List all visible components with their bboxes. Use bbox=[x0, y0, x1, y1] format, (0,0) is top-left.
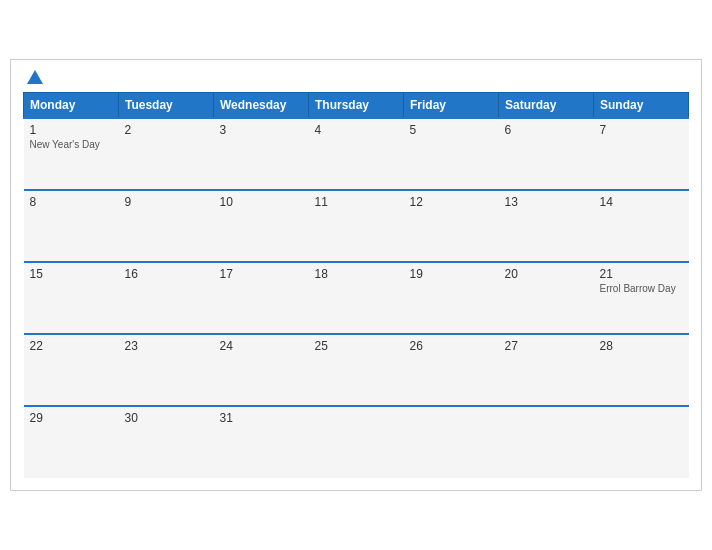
day-cell: 3 bbox=[214, 118, 309, 190]
day-cell: 6 bbox=[499, 118, 594, 190]
day-cell: 8 bbox=[24, 190, 119, 262]
holiday-name: New Year's Day bbox=[30, 139, 113, 150]
day-number: 29 bbox=[30, 411, 113, 425]
day-cell: 22 bbox=[24, 334, 119, 406]
day-cell: 18 bbox=[309, 262, 404, 334]
day-cell: 10 bbox=[214, 190, 309, 262]
weekday-header-thursday: Thursday bbox=[309, 93, 404, 119]
week-row-3: 15161718192021Errol Barrow Day bbox=[24, 262, 689, 334]
day-cell: 24 bbox=[214, 334, 309, 406]
brand-logo bbox=[23, 70, 43, 84]
day-number: 12 bbox=[410, 195, 493, 209]
day-number: 31 bbox=[220, 411, 303, 425]
week-row-2: 891011121314 bbox=[24, 190, 689, 262]
day-number: 7 bbox=[600, 123, 683, 137]
day-cell: 19 bbox=[404, 262, 499, 334]
day-number: 25 bbox=[315, 339, 398, 353]
day-cell: 16 bbox=[119, 262, 214, 334]
day-number: 4 bbox=[315, 123, 398, 137]
day-cell: 14 bbox=[594, 190, 689, 262]
calendar-grid: MondayTuesdayWednesdayThursdayFridaySatu… bbox=[23, 92, 689, 478]
day-cell: 17 bbox=[214, 262, 309, 334]
day-cell: 29 bbox=[24, 406, 119, 478]
day-cell: 1New Year's Day bbox=[24, 118, 119, 190]
day-cell: 4 bbox=[309, 118, 404, 190]
day-cell: 28 bbox=[594, 334, 689, 406]
day-number: 27 bbox=[505, 339, 588, 353]
day-number: 28 bbox=[600, 339, 683, 353]
brand-triangle-icon bbox=[27, 70, 43, 84]
weekday-header-friday: Friday bbox=[404, 93, 499, 119]
day-cell: 26 bbox=[404, 334, 499, 406]
weekday-row: MondayTuesdayWednesdayThursdayFridaySatu… bbox=[24, 93, 689, 119]
day-number: 18 bbox=[315, 267, 398, 281]
day-number: 3 bbox=[220, 123, 303, 137]
day-number: 14 bbox=[600, 195, 683, 209]
day-number: 20 bbox=[505, 267, 588, 281]
day-number: 30 bbox=[125, 411, 208, 425]
day-cell: 5 bbox=[404, 118, 499, 190]
calendar-body: 1New Year's Day2345678910111213141516171… bbox=[24, 118, 689, 478]
day-number: 26 bbox=[410, 339, 493, 353]
weekday-header-tuesday: Tuesday bbox=[119, 93, 214, 119]
day-number: 9 bbox=[125, 195, 208, 209]
day-number: 13 bbox=[505, 195, 588, 209]
day-cell bbox=[499, 406, 594, 478]
day-number: 21 bbox=[600, 267, 683, 281]
weekday-header-monday: Monday bbox=[24, 93, 119, 119]
day-cell: 13 bbox=[499, 190, 594, 262]
day-cell: 30 bbox=[119, 406, 214, 478]
day-number: 2 bbox=[125, 123, 208, 137]
day-number: 6 bbox=[505, 123, 588, 137]
day-cell: 12 bbox=[404, 190, 499, 262]
day-cell bbox=[594, 406, 689, 478]
day-cell: 7 bbox=[594, 118, 689, 190]
day-number: 17 bbox=[220, 267, 303, 281]
weekday-header-saturday: Saturday bbox=[499, 93, 594, 119]
day-number: 10 bbox=[220, 195, 303, 209]
day-number: 15 bbox=[30, 267, 113, 281]
day-cell bbox=[309, 406, 404, 478]
day-cell: 20 bbox=[499, 262, 594, 334]
day-number: 22 bbox=[30, 339, 113, 353]
weekday-header-wednesday: Wednesday bbox=[214, 93, 309, 119]
day-cell: 25 bbox=[309, 334, 404, 406]
holiday-name: Errol Barrow Day bbox=[600, 283, 683, 294]
day-cell: 21Errol Barrow Day bbox=[594, 262, 689, 334]
day-number: 23 bbox=[125, 339, 208, 353]
day-cell: 31 bbox=[214, 406, 309, 478]
weekday-header-sunday: Sunday bbox=[594, 93, 689, 119]
day-cell bbox=[404, 406, 499, 478]
day-cell: 11 bbox=[309, 190, 404, 262]
calendar-weekdays-header: MondayTuesdayWednesdayThursdayFridaySatu… bbox=[24, 93, 689, 119]
day-cell: 2 bbox=[119, 118, 214, 190]
day-cell: 23 bbox=[119, 334, 214, 406]
day-number: 19 bbox=[410, 267, 493, 281]
calendar-header bbox=[23, 70, 689, 84]
day-number: 16 bbox=[125, 267, 208, 281]
day-cell: 27 bbox=[499, 334, 594, 406]
calendar: MondayTuesdayWednesdayThursdayFridaySatu… bbox=[10, 59, 702, 491]
week-row-1: 1New Year's Day234567 bbox=[24, 118, 689, 190]
week-row-5: 293031 bbox=[24, 406, 689, 478]
day-cell: 15 bbox=[24, 262, 119, 334]
day-number: 1 bbox=[30, 123, 113, 137]
day-number: 24 bbox=[220, 339, 303, 353]
week-row-4: 22232425262728 bbox=[24, 334, 689, 406]
day-number: 8 bbox=[30, 195, 113, 209]
day-number: 5 bbox=[410, 123, 493, 137]
day-number: 11 bbox=[315, 195, 398, 209]
day-cell: 9 bbox=[119, 190, 214, 262]
